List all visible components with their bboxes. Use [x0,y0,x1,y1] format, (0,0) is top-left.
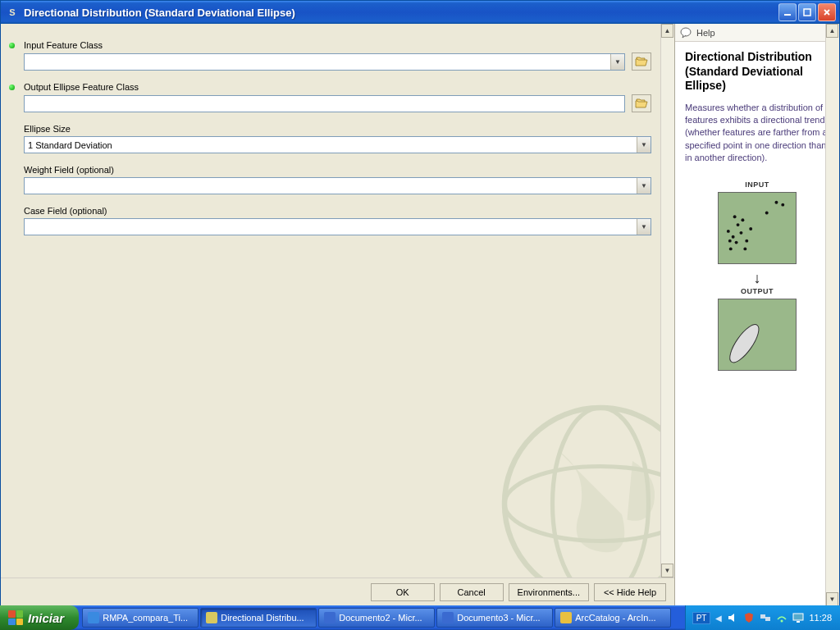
svg-rect-25 [760,614,765,619]
svg-rect-26 [765,617,770,621]
label-text: Output Ellipse Feature Class [24,82,139,92]
task-app-icon [88,612,99,623]
svg-rect-24 [728,616,731,619]
svg-point-16 [749,227,752,231]
taskbar-item[interactable]: RMPA_compara_Ti... [82,608,199,628]
scroll-down-icon[interactable]: ▼ [826,592,838,606]
browse-button[interactable] [632,52,651,71]
help-title: Directional Distribution (Standard Devia… [685,50,829,94]
maximize-button[interactable] [798,3,816,21]
label-text: Ellipse Size [24,124,71,134]
label-weight-field: Weight Field (optional) [24,165,651,175]
folder-open-icon [635,56,648,67]
dropdown-arrow-icon[interactable]: ▼ [610,54,624,70]
svg-rect-6 [719,193,796,263]
help-header: Help [675,24,839,42]
svg-rect-29 [797,621,800,623]
start-label: Iniciar [28,611,64,625]
form-scroll-area: Input Feature Class ▼ [1,24,674,578]
form-pane: Input Feature Class ▼ [1,24,675,606]
svg-point-12 [737,224,740,227]
svg-point-2 [504,408,674,578]
folder-open-icon [635,98,648,109]
weight-field-input[interactable] [25,178,637,194]
close-button[interactable] [818,3,836,21]
task-label: RMPA_compara_Ti... [103,613,188,623]
tray-volume-icon[interactable] [727,612,738,623]
help-bubble-icon [680,27,692,39]
tray-shield-icon[interactable] [743,612,755,623]
language-indicator[interactable]: PT [692,612,711,624]
task-buttons: RMPA_compara_Ti... Directional Distribu.… [79,605,685,630]
taskbar-item[interactable]: ArcCatalog - ArcIn... [555,608,671,628]
cancel-button[interactable]: Cancel [440,583,504,601]
scroll-up-icon[interactable]: ▲ [826,24,838,38]
field-weight-field: Weight Field (optional) ▼ [24,165,651,194]
environments-button[interactable]: Environments... [509,583,589,601]
taskbar-item[interactable]: Documento2 - Micr... [318,608,435,628]
svg-rect-28 [793,614,803,620]
field-ellipse-size: Ellipse Size ▼ [24,124,651,153]
output-ellipse-input[interactable] [25,96,624,112]
system-tray: PT ◀ 11:28 [685,605,840,630]
windows-logo-icon [8,610,23,625]
taskbar: Iniciar RMPA_compara_Ti... Directional D… [0,605,840,630]
svg-point-27 [781,620,783,623]
clock[interactable]: 11:28 [809,613,832,623]
ellipse-size-value[interactable] [25,137,637,153]
svg-point-4 [553,408,649,578]
task-app-icon [206,612,217,623]
combo-weight-field[interactable]: ▼ [24,177,651,194]
combo-ellipse-size[interactable]: ▼ [24,136,651,153]
output-ellipse-input-wrap[interactable] [24,95,625,112]
tray-display-icon[interactable] [792,612,804,623]
svg-point-5 [681,28,691,36]
svg-point-3 [504,467,674,541]
start-button[interactable]: Iniciar [0,605,79,630]
dropdown-arrow-icon[interactable]: ▼ [637,178,651,194]
tray-network-icon[interactable] [760,612,771,623]
hide-help-button[interactable]: << Hide Help [594,583,666,601]
case-field-input[interactable] [25,219,637,235]
task-app-icon [324,612,336,623]
task-app-icon [560,612,572,623]
taskbar-item[interactable]: Documento3 - Micr... [436,608,553,628]
help-input-illustration [718,192,797,264]
svg-point-13 [741,219,744,222]
form-scrollbar[interactable]: ▲ ▼ [660,24,674,578]
combo-case-field[interactable]: ▼ [24,218,651,235]
label-text: Input Feature Class [24,40,103,50]
tool-dialog-window: S Directional Distribution (Standard Dev… [0,0,840,607]
help-header-label: Help [696,28,715,38]
minimize-button[interactable] [778,3,797,21]
scroll-down-icon[interactable]: ▼ [661,564,673,578]
label-text: Case Field (optional) [24,206,107,216]
svg-point-9 [732,235,735,239]
tray-wifi-icon[interactable] [776,612,788,623]
help-output-label: OUTPUT [685,287,829,295]
input-feature-class-input[interactable] [25,54,610,70]
taskbar-item[interactable]: Directional Distribu... [200,608,317,628]
scroll-up-icon[interactable]: ▲ [661,24,673,38]
help-input-label: INPUT [685,180,829,189]
svg-point-8 [735,241,738,244]
help-description: Measures whether a distribution of featu… [685,102,829,165]
help-body: Directional Distribution (Standard Devia… [675,42,839,606]
task-label: Documento2 - Micr... [339,613,422,623]
combo-input-feature-class[interactable]: ▼ [24,53,625,71]
svg-point-20 [775,201,778,204]
dropdown-arrow-icon[interactable]: ▼ [637,137,651,153]
svg-point-19 [781,203,784,207]
svg-point-17 [728,240,732,243]
task-label: Documento3 - Micr... [457,613,540,623]
field-output-ellipse-feature-class: Output Ellipse Feature Class [24,82,651,112]
ok-button[interactable]: OK [371,583,435,601]
help-scrollbar[interactable]: ▲ ▼ [825,24,839,606]
dialog-button-bar: OK Cancel Environments... << Hide Help [1,578,674,606]
browse-button[interactable] [632,94,651,112]
required-dot-icon [9,84,15,90]
svg-point-10 [740,231,743,235]
svg-point-15 [745,240,748,243]
dropdown-arrow-icon[interactable]: ▼ [637,219,651,235]
tray-chevron-icon[interactable]: ◀ [715,614,722,623]
